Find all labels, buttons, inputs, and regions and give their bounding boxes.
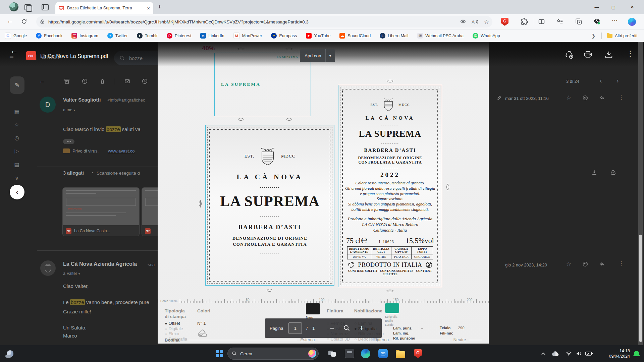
compose-button[interactable]: ✎ — [10, 76, 24, 94]
back-to-list-icon[interactable]: ← — [39, 77, 45, 85]
notification-bell-icon[interactable] — [634, 351, 639, 355]
show-trimmed-content-button[interactable] — [63, 139, 74, 144]
star-icon[interactable]: ☆ — [566, 94, 571, 101]
emoji-reaction-icon[interactable] — [582, 261, 588, 267]
bookmark-pinterest[interactable]: PPinterest — [167, 33, 191, 39]
sidebar-snoozed-icon[interactable]: ◷ — [13, 135, 20, 141]
bookmark-google[interactable]: GGoogle — [5, 33, 27, 39]
new-tab-button[interactable]: + — [158, 3, 161, 11]
download-all-icon[interactable] — [591, 169, 598, 176]
enhance-icon[interactable] — [459, 18, 466, 25]
app-icon-window[interactable] — [345, 349, 354, 358]
browser-profile-avatar[interactable] — [9, 2, 18, 11]
mail-app-icon[interactable] — [378, 349, 388, 358]
volume-icon[interactable] — [574, 349, 584, 358]
address-bar[interactable]: https://mail.google.com/mail/u/0/#search… — [36, 16, 492, 27]
maximize-button[interactable]: ▢ — [606, 0, 621, 14]
bookmark-instagram[interactable]: Instagram — [71, 33, 98, 39]
task-view-button[interactable] — [327, 349, 337, 358]
sidebar-sent-icon[interactable]: ▷ — [13, 148, 20, 154]
other-favorites-folder[interactable]: Altri preferiti — [607, 34, 637, 38]
avatar-crest[interactable] — [40, 260, 56, 276]
extensions-puzzle-icon[interactable] — [521, 18, 528, 25]
chevron-down-icon[interactable]: ▾ — [326, 54, 335, 58]
avast-link[interactable]: www.avast.co — [108, 148, 135, 154]
download-icon[interactable] — [604, 50, 613, 59]
minimize-button[interactable]: — — [589, 0, 604, 14]
security-app-icon[interactable]: G — [413, 349, 423, 358]
sidebar-starred-icon[interactable]: ☆ — [13, 121, 20, 128]
bookmark-manpower[interactable]: MManPower — [233, 33, 262, 39]
add-to-drive-icon[interactable] — [565, 50, 574, 59]
bookmark-europass[interactable]: ✶Europass — [271, 33, 297, 39]
newer-email-icon[interactable]: › — [616, 77, 619, 84]
print-icon[interactable] — [583, 50, 593, 59]
collections-add-icon[interactable] — [575, 18, 582, 25]
open-with-button[interactable]: Apri con ▾ — [300, 49, 335, 62]
security-extension-icon[interactable]: G — [501, 18, 508, 26]
onedrive-icon[interactable] — [551, 349, 560, 358]
email2-recipient[interactable]: a Valter ▾ — [63, 271, 80, 276]
email2-sender[interactable]: La Cà Nova Azienda Agricola — [63, 261, 137, 267]
report-spam-icon[interactable] — [82, 78, 88, 84]
zoom-in-icon[interactable]: + — [359, 324, 364, 333]
viewer-more-icon[interactable]: ⋮ — [627, 49, 634, 58]
bookmark-facebook[interactable]: fFacebook — [36, 33, 62, 39]
more-options-icon[interactable]: ⋮ — [618, 260, 624, 267]
browser-essentials-icon[interactable] — [593, 18, 601, 25]
delete-icon[interactable] — [99, 78, 106, 84]
favorite-star-icon[interactable]: ☆ — [484, 18, 489, 25]
battery-saver-icon[interactable] — [584, 349, 594, 358]
email1-recipient[interactable]: a me ▾ — [63, 108, 75, 112]
taskbar-search[interactable]: Cerca — [227, 348, 319, 360]
bookmarks-overflow-icon[interactable]: ❯ — [592, 33, 596, 39]
workspaces-icon[interactable] — [23, 3, 32, 11]
close-window-button[interactable]: × — [625, 0, 640, 14]
edge-app-icon[interactable] — [361, 349, 370, 358]
reply-icon[interactable] — [599, 261, 605, 267]
favorites-list-icon[interactable] — [556, 18, 564, 25]
previous-attachment-button[interactable]: ‹ — [10, 185, 24, 199]
older-email-icon[interactable]: ‹ — [600, 77, 602, 84]
read-aloud-icon[interactable]: A — [471, 18, 479, 25]
more-options-icon[interactable]: ⋮ — [618, 94, 624, 101]
search-highlight-icon[interactable] — [308, 350, 316, 358]
mark-unread-icon[interactable] — [124, 78, 130, 84]
bookmark-libero[interactable]: LLibero Mail — [380, 33, 408, 39]
zoom-out-icon[interactable]: – — [330, 324, 334, 332]
snooze-icon[interactable] — [142, 78, 148, 84]
bookmark-youtube[interactable]: ▶YouTube — [306, 33, 330, 39]
archive-icon[interactable] — [64, 78, 70, 84]
scrollbar[interactable] — [638, 42, 643, 345]
avatar[interactable]: D — [40, 97, 56, 113]
bookmark-soundcloud[interactable]: ☁SoundCloud — [339, 33, 371, 39]
zoom-icon[interactable] — [343, 324, 351, 332]
bookmark-twitter[interactable]: tTwitter — [107, 33, 128, 39]
sidebar-drafts-icon[interactable]: ▤ — [13, 162, 20, 168]
back-icon[interactable]: ← — [7, 17, 13, 25]
viewer-back-icon[interactable]: ← — [10, 46, 18, 55]
split-screen-icon[interactable] — [538, 18, 545, 25]
refresh-icon[interactable] — [21, 18, 28, 25]
tray-chevron-up-icon[interactable] — [539, 349, 548, 358]
reply-icon[interactable] — [599, 95, 605, 101]
clock[interactable]: 14:18 09/04/2024 — [609, 348, 630, 359]
bookmark-whatsapp[interactable]: ✆WhatsApp — [473, 33, 500, 39]
tab-actions-icon[interactable] — [41, 3, 49, 11]
settings-more-icon[interactable]: ⋯ — [612, 17, 618, 24]
sidebar-inbox-icon[interactable]: ▦ — [13, 108, 20, 115]
email1-sender[interactable]: Valter Scagliotti — [63, 97, 101, 103]
close-tab-icon[interactable]: × — [147, 5, 150, 11]
star-icon[interactable]: ☆ — [566, 260, 571, 267]
pdf-page[interactable]: 40% LA SUPREMA LA SUPREMA ES — [158, 42, 489, 344]
attachment-card[interactable]: IMMAGINE PDF La Ca Nova Casin... — [62, 187, 140, 236]
bookmark-aruba[interactable]: ✉Webmail PEC Aruba — [417, 33, 464, 39]
wifi-icon[interactable] — [564, 349, 574, 358]
active-tab[interactable]: Bozza Etichette La Suprema, Terra × — [55, 2, 153, 14]
sidebar-more-icon[interactable]: ∨ — [13, 175, 20, 181]
weather-icon[interactable] — [5, 349, 15, 358]
bookmark-tumblr[interactable]: tTumblr — [137, 33, 158, 39]
file-explorer-icon[interactable] — [396, 349, 405, 358]
copilot-icon[interactable] — [628, 18, 636, 26]
page-number-input[interactable]: 1 — [288, 322, 302, 334]
